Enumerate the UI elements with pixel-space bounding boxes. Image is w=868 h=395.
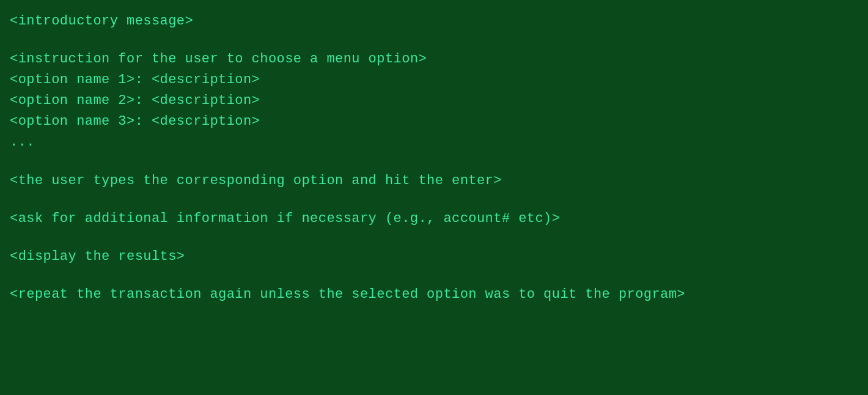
option2-line: <option name 2>: <description> [10,90,858,111]
blank-line-3 [10,191,858,209]
display-results-line: <display the results> [10,246,858,267]
introductory-message-line: <introductory message> [10,11,858,32]
repeat-line: <repeat the transaction again unless the… [10,284,858,305]
option1-line: <option name 1>: <description> [10,70,858,90]
blank-line-2 [10,153,858,171]
option3-line: <option name 3>: <description> [10,111,858,132]
terminal-screen: <introductory message> <instruction for … [10,11,858,305]
instruction-line: <instruction for the user to choose a me… [10,49,858,70]
blank-line-1 [10,32,858,49]
ellipsis-line: ... [10,132,858,153]
blank-line-4 [10,229,858,246]
blank-line-5 [10,267,858,284]
user-input-line: <the user types the corresponding option… [10,171,858,191]
ask-info-line: <ask for additional information if neces… [10,209,858,229]
